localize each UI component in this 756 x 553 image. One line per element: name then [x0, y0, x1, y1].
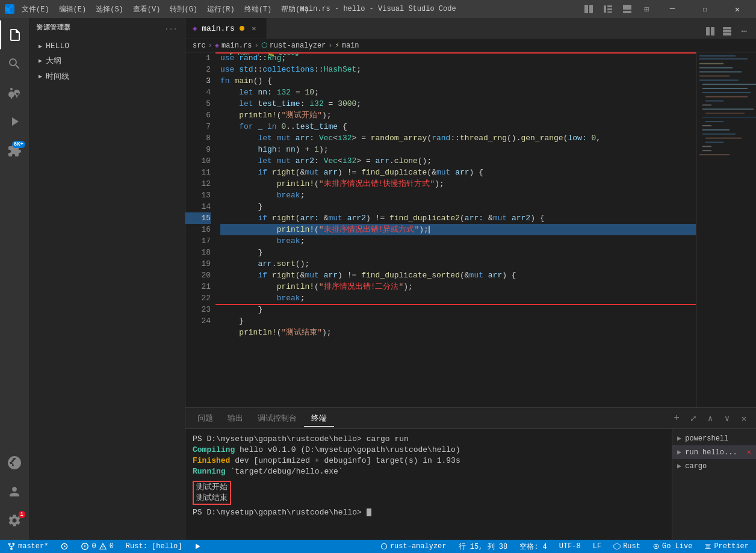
status-spaces[interactable]: 空格: 4 — [517, 540, 550, 553]
split-terminal-icon[interactable]: ⤢ — [686, 411, 701, 425]
terminal-main[interactable]: PS D:\mysetup\gopath\rustcode\hello> car… — [185, 429, 672, 540]
status-run-btn[interactable] — [191, 540, 203, 553]
split-editor-icon[interactable] — [703, 24, 717, 39]
activity-run-debug[interactable] — [0, 107, 29, 136]
status-line-ending[interactable]: LF — [590, 540, 604, 553]
terminal-instance-icon-2: ▶ — [677, 448, 681, 457]
panel-tab-debug[interactable]: 调试控制台 — [250, 410, 304, 426]
menu-terminal[interactable]: 终端(T) — [244, 4, 272, 14]
panel-up-icon[interactable]: ∧ — [703, 411, 717, 425]
collapse-arrow-timeline: ▶ — [39, 73, 42, 80]
sidebar-icon[interactable] — [601, 2, 615, 16]
status-prettier[interactable]: Prettier — [702, 540, 751, 553]
sidebar-more-icon[interactable]: ... — [165, 24, 178, 31]
code-content[interactable]: ▶ Run | 🐛 Debug use rand::Rng; use std::… — [215, 52, 696, 407]
minimap — [696, 52, 756, 407]
git-branch-icon — [7, 542, 16, 551]
minimize-button[interactable]: ─ — [658, 0, 686, 18]
code-editor[interactable]: 1 2 3 4 5 6 7 8 9 10 11 12 13 14 15 — [185, 52, 696, 407]
menu-select[interactable]: 选择(S) — [96, 4, 123, 14]
panel-down-icon[interactable]: ∨ — [720, 411, 734, 425]
tab-bar: ◈ main.rs ✕ — [185, 18, 756, 39]
breadcrumb-src[interactable]: src — [193, 42, 206, 50]
code-line-9: let mut arr2: Vec<i32> = arr.clone(); — [220, 155, 696, 167]
terminal-instance-run-hello[interactable]: ▶ run hello... ✕ — [672, 445, 756, 459]
terminal-instance-error-icon: ✕ — [747, 448, 751, 457]
window-title: main.rs - hello - Visual Studio Code — [300, 5, 456, 13]
svg-rect-33 — [702, 129, 730, 131]
open-editors-icon[interactable] — [720, 24, 734, 39]
status-sync[interactable] — [58, 540, 71, 553]
terminal-instance-icon-3: ▶ — [677, 462, 681, 471]
terminal-line-1: PS D:\mysetup\gopath\rustcode\hello> car… — [193, 434, 665, 445]
status-rust[interactable]: Rust: [hello] — [123, 540, 185, 553]
sidebar-item-timeline[interactable]: ▶ 时间线 — [29, 69, 185, 84]
menu-edit[interactable]: 编辑(E) — [59, 4, 87, 14]
menu-run[interactable]: 运行(R) — [207, 4, 235, 14]
activity-search[interactable] — [0, 49, 29, 78]
error-icon — [81, 542, 89, 551]
activity-extensions[interactable]: 6K+ — [0, 136, 29, 165]
code-line-8: let mut arr: Vec<i32> = random_array(ran… — [220, 132, 696, 144]
add-terminal-icon[interactable]: + — [669, 411, 684, 425]
minimap-svg — [696, 52, 756, 407]
status-branch[interactable]: master* — [5, 540, 51, 553]
terminal-instance-powershell[interactable]: ▶ powershell — [672, 431, 756, 445]
activity-source-control[interactable] — [0, 78, 29, 107]
status-encoding[interactable]: UTF-8 — [557, 540, 583, 553]
activity-settings[interactable]: 1 — [0, 506, 29, 535]
menu-view[interactable]: 查看(V) — [133, 4, 161, 14]
breadcrumb-analyzer-icon: ⬡ — [261, 41, 267, 50]
code-line-7: for _ in 0..test_time { — [220, 121, 696, 132]
status-language[interactable]: Rust — [611, 540, 643, 553]
layout-icon[interactable] — [581, 2, 596, 16]
breadcrumb-fn[interactable]: main — [342, 42, 359, 50]
svg-rect-19 — [699, 71, 742, 72]
status-bar: master* 0 0 Rust: [hello] — [0, 540, 756, 553]
tab-close-button[interactable]: ✕ — [249, 23, 259, 33]
panel-content: PS D:\mysetup\gopath\rustcode\hello> car… — [185, 429, 756, 540]
breadcrumb-analyzer[interactable]: rust-analyzer — [270, 42, 326, 50]
maximize-button[interactable]: ☐ — [691, 0, 719, 18]
panel-icon[interactable] — [620, 2, 634, 16]
terminal-line-4: Running `target/debug/hello.exe` — [193, 466, 665, 477]
svg-rect-22 — [702, 84, 756, 85]
panel-tab-problems[interactable]: 问题 — [190, 410, 220, 426]
status-rust-analyzer[interactable]: rust-analyzer — [378, 540, 449, 553]
activity-remote[interactable] — [0, 448, 29, 477]
main-container: 6K+ 1 资源管理器 — [0, 18, 756, 540]
breadcrumb-file[interactable]: main.rs — [222, 42, 252, 50]
more-icon[interactable]: ⊞ — [639, 2, 654, 16]
tab-label: main.rs — [202, 24, 235, 33]
close-button[interactable]: ✕ — [723, 0, 751, 18]
svg-rect-4 — [607, 8, 612, 10]
sidebar-item-label: HELLO — [46, 42, 69, 51]
svg-rect-27 — [702, 105, 711, 106]
panel-tab-terminal[interactable]: 终端 — [304, 410, 334, 427]
activity-accounts[interactable] — [0, 477, 29, 506]
go-live-icon — [652, 543, 660, 550]
code-line-13: } — [220, 201, 696, 212]
sidebar-item-outline[interactable]: ▶ 大纲 — [29, 53, 185, 69]
panel-area: 问题 输出 调试控制台 终端 + ⤢ ∧ ∨ ✕ PS D:\mysetup\g… — [185, 407, 756, 540]
terminal-instance-label: powershell — [685, 434, 728, 443]
code-line-16: break; — [220, 235, 696, 247]
output-line-1: 测试开始 — [196, 482, 228, 493]
output-box-content: 测试开始 测试结束 — [193, 481, 231, 505]
debug-link[interactable]: 🐛 Debug — [267, 52, 299, 57]
status-position[interactable]: 行 15, 列 38 — [456, 540, 510, 553]
run-link[interactable]: ▶ Run — [230, 52, 250, 57]
status-errors[interactable]: 0 0 — [78, 540, 116, 553]
menu-file[interactable]: 文件(E) — [22, 4, 49, 14]
status-go-live[interactable]: Go Live — [650, 540, 695, 553]
terminal-instance-cargo[interactable]: ▶ cargo — [672, 459, 756, 473]
activity-explorer[interactable] — [0, 20, 29, 49]
sidebar-item-hello[interactable]: ▶ HELLO — [29, 39, 185, 53]
more-tab-icon[interactable]: ⋯ — [737, 24, 751, 39]
menu-goto[interactable]: 转到(G) — [170, 4, 197, 14]
close-panel-icon[interactable]: ✕ — [737, 411, 751, 425]
svg-rect-38 — [702, 150, 711, 151]
tab-main-rs[interactable]: ◈ main.rs ✕ — [185, 18, 267, 39]
code-line-2: use std::collections::HashSet; — [220, 64, 696, 75]
panel-tab-output[interactable]: 输出 — [220, 410, 250, 426]
